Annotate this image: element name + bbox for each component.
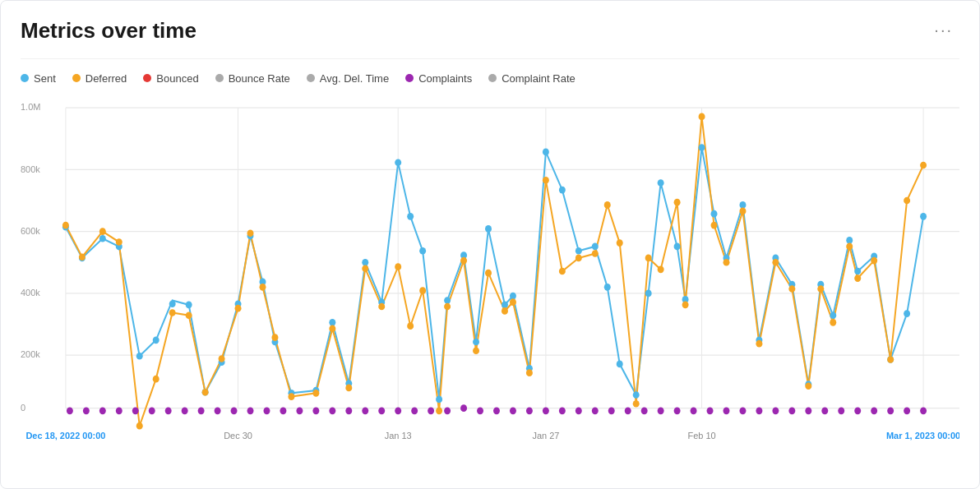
sent-dot (510, 293, 516, 300)
deferred-dot (739, 207, 746, 215)
complaint-rate-dot (488, 74, 497, 82)
deferred-dot (362, 265, 368, 272)
complaints-dot-p (395, 407, 401, 414)
legend-label-bounce-rate: Bounce Rate (229, 72, 290, 85)
legend-label-bounced: Bounced (156, 72, 198, 85)
legend-item-deferred[interactable]: Deferred (72, 72, 127, 85)
complaints-dot-p (608, 407, 615, 414)
complaints-dot-p (756, 407, 762, 414)
complaints-dot-p (641, 407, 648, 414)
sent-dot (329, 319, 335, 326)
deferred-dot (510, 298, 516, 306)
x-label-dec30: Dec 30 (224, 431, 252, 441)
complaints-dot-p (592, 407, 599, 414)
complaints-dot-p (838, 407, 844, 414)
deferred-dot (817, 285, 824, 293)
deferred-dot (723, 259, 730, 266)
complaints-dot-p (460, 404, 467, 412)
complaints-dot-p (904, 407, 910, 414)
bounce-rate-dot (215, 74, 224, 82)
complaints-dot-p (493, 407, 500, 414)
complaints-dot-p (116, 407, 122, 414)
deferred-dot (887, 356, 894, 363)
y-label-600k: 600k (21, 225, 40, 235)
complaints-dot-p (658, 407, 664, 414)
sent-dot (846, 237, 853, 244)
sent-dot (485, 225, 492, 233)
sent-dot (854, 267, 861, 274)
deferred-dot (460, 257, 467, 265)
sent-dot (711, 210, 718, 218)
sent-dot (395, 159, 401, 166)
sent-dot (699, 144, 705, 151)
legend-label-complaints: Complaints (418, 72, 472, 85)
deferred-dot (99, 228, 106, 235)
complaints-dot-p (263, 407, 270, 414)
deferred-dot (920, 161, 927, 168)
legend-item-bounce-rate[interactable]: Bounce Rate (215, 72, 290, 85)
deferred-dot (116, 238, 122, 246)
x-label-jan27: Jan 27 (532, 431, 559, 441)
sent-dot (186, 301, 192, 308)
legend-item-complaint-rate[interactable]: Complaint Rate (488, 72, 576, 85)
deferred-dot (604, 201, 611, 209)
deferred-dot (526, 369, 533, 376)
sent-dot (99, 235, 106, 242)
sent-dot (576, 247, 582, 255)
deferred-dot (682, 301, 689, 308)
deferred-dot (699, 113, 705, 120)
deferred-dot (235, 305, 242, 312)
legend-label-complaint-rate: Complaint Rate (502, 72, 576, 85)
deferred-dot (788, 285, 795, 293)
legend-label-deferred: Deferred (86, 72, 127, 85)
complaints-dot-p (526, 407, 533, 414)
legend-item-sent[interactable]: Sent (21, 72, 56, 85)
chart-svg: 1.0M 800k 600k 400k 200k 0 (21, 95, 959, 448)
deferred-dot (633, 400, 640, 408)
complaints-dot-p (854, 407, 861, 414)
avg-del-time-dot (307, 74, 315, 82)
legend-item-bounced[interactable]: Bounced (143, 72, 198, 85)
sent-dot (645, 289, 652, 297)
complaints-dot-p (510, 407, 516, 414)
x-label-dec18: Dec 18, 2022 00:00 (25, 431, 105, 441)
sent-dot (169, 300, 176, 307)
x-label-feb10: Feb 10 (687, 431, 715, 441)
complaints-dot-p (444, 407, 451, 414)
complaints-dot-p (312, 407, 319, 414)
complaints-dot-p (691, 407, 697, 414)
deferred-dot (136, 422, 143, 430)
sent-dot (502, 301, 508, 308)
complaints-dot-p (788, 407, 795, 414)
y-label-200k: 200k (21, 349, 40, 359)
sent-dot (904, 310, 910, 317)
complaints-dot-p (723, 407, 730, 414)
complaints-dot-p (345, 407, 352, 414)
deferred-dot (271, 334, 278, 341)
deferred-dot (219, 355, 225, 362)
complaints-dot-p (296, 407, 303, 414)
more-options-button[interactable]: ··· (927, 17, 959, 43)
sent-dot (473, 338, 479, 345)
y-label-400k: 400k (21, 288, 40, 298)
deferred-dot (645, 254, 652, 261)
sent-dot (739, 201, 746, 209)
sent-dot (604, 284, 611, 291)
deferred-dot (854, 274, 861, 282)
deferred-line (66, 117, 923, 426)
complaints-dot-p (772, 407, 779, 414)
y-label-0: 0 (21, 402, 25, 412)
chart-area: 1.0M 800k 600k 400k 200k 0 (21, 95, 959, 448)
complaints-dot-p (411, 407, 418, 414)
x-label-mar1: Mar 1, 2023 00:00 (886, 431, 959, 441)
complaints-dot-p (362, 407, 368, 414)
complaints-dot-p (99, 407, 106, 414)
legend-item-avg-del-time[interactable]: Avg. Del. Time (307, 72, 389, 85)
deferred-dot (72, 74, 81, 82)
deferred-dot (485, 270, 492, 277)
deferred-dot (247, 229, 254, 237)
complaints-dot-p (280, 407, 286, 414)
deferred-dot (543, 177, 549, 184)
y-label-1m: 1.0M (21, 102, 40, 112)
legend-item-complaints[interactable]: Complaints (405, 72, 472, 85)
